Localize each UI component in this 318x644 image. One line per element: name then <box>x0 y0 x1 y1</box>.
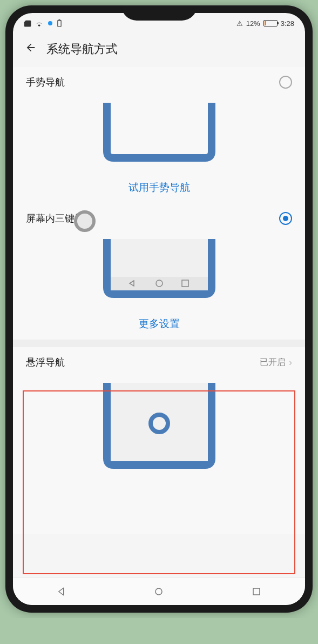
floating-nav-dot-overlay[interactable] <box>74 210 96 232</box>
radio-gesture[interactable] <box>279 76 292 89</box>
option-floating-nav[interactable]: 悬浮导航 已开启 › <box>13 347 305 377</box>
phone-frame: ⚠ 12% 3:28 系统导航方式 手势导航 试用手势导航 <box>5 5 313 613</box>
wifi-icon <box>35 19 43 28</box>
nav-home-button[interactable] <box>145 587 172 596</box>
floating-nav-label: 悬浮导航 <box>26 356 65 369</box>
battery-icon <box>263 20 278 26</box>
three-key-preview <box>13 234 305 308</box>
separator <box>13 340 305 347</box>
clock-time: 3:28 <box>281 19 294 28</box>
gesture-preview <box>13 97 305 172</box>
floating-status-text: 已开启 <box>260 357 286 368</box>
floating-preview <box>13 377 305 534</box>
screen: ⚠ 12% 3:28 系统导航方式 手势导航 试用手势导航 <box>13 13 305 605</box>
display-notch <box>121 5 197 21</box>
svg-rect-5 <box>111 277 208 290</box>
battery-percentage: 12% <box>246 19 260 28</box>
sync-icon <box>47 20 53 26</box>
system-navigation-bar <box>13 577 305 605</box>
more-settings-link[interactable]: 更多设置 <box>13 308 305 340</box>
try-gesture-link[interactable]: 试用手势导航 <box>13 172 305 203</box>
battery-small-icon <box>57 19 62 27</box>
gesture-nav-label: 手势导航 <box>26 76 65 89</box>
nav-recent-button[interactable] <box>243 587 270 596</box>
svg-rect-1 <box>58 21 61 27</box>
radio-three-key[interactable] <box>279 212 292 225</box>
option-gesture-nav[interactable]: 手势导航 <box>13 67 305 97</box>
svg-rect-8 <box>111 383 208 461</box>
nav-back-button[interactable] <box>48 587 75 596</box>
chevron-right-icon: › <box>289 357 292 368</box>
option-three-key-nav[interactable]: 屏幕内三键导航 <box>13 203 305 234</box>
battery-warning-icon: ⚠ <box>236 19 243 28</box>
svg-point-0 <box>48 21 52 25</box>
floating-nav-status: 已开启 › <box>260 357 292 368</box>
page-header: 系统导航方式 <box>13 31 305 67</box>
svg-rect-2 <box>58 19 60 21</box>
back-button[interactable] <box>25 42 37 57</box>
svg-point-10 <box>155 588 162 595</box>
status-left <box>24 19 62 28</box>
status-right: ⚠ 12% 3:28 <box>236 19 294 28</box>
svg-rect-11 <box>253 588 260 595</box>
sim-icon <box>24 19 31 27</box>
page-title: 系统导航方式 <box>46 41 118 57</box>
